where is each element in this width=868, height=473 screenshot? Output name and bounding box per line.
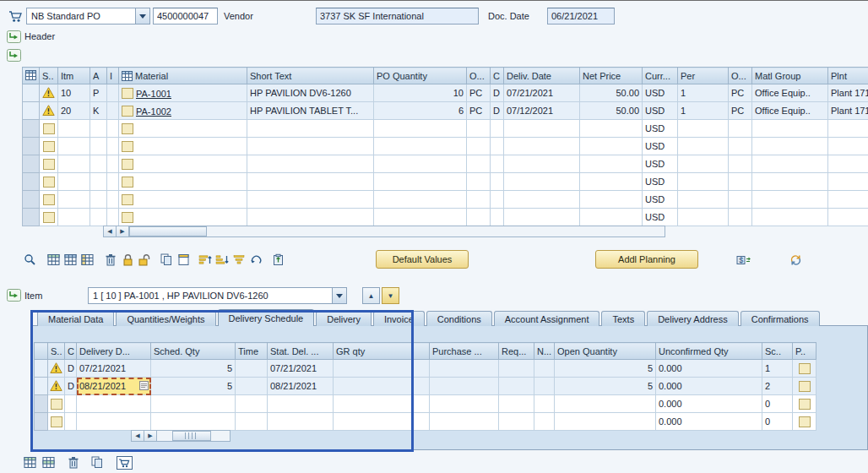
date-cat-cell[interactable]: [491, 173, 504, 191]
col-itm[interactable]: Itm: [58, 68, 90, 84]
po-quantity-cell[interactable]: 6: [374, 102, 467, 120]
plant-cell[interactable]: [828, 209, 868, 226]
req-cell[interactable]: [499, 360, 534, 378]
acct-cat-cell[interactable]: K: [90, 102, 107, 120]
plant-cell[interactable]: [828, 173, 868, 191]
net-price-cell[interactable]: 50.00: [580, 84, 643, 102]
drag-copy-icon[interactable]: [139, 381, 149, 390]
row-select-cell[interactable]: [23, 102, 40, 120]
expand-overview-button[interactable]: [4, 46, 23, 64]
row-select-cell[interactable]: [23, 209, 40, 226]
short-text-cell[interactable]: HP PAVILION DV6-1260: [247, 84, 374, 102]
info-cell[interactable]: [107, 155, 119, 173]
copy-schedule-line-button[interactable]: [39, 454, 57, 471]
net-price-cell[interactable]: [580, 209, 643, 226]
net-price-cell[interactable]: [580, 155, 643, 173]
deliv-date-cell[interactable]: [504, 155, 580, 173]
material-cell[interactable]: PA-1001: [119, 84, 247, 102]
time-cell[interactable]: [236, 395, 268, 413]
import-button[interactable]: [269, 251, 287, 269]
open-quantity-cell[interactable]: [555, 395, 656, 413]
per-cell[interactable]: 1: [678, 84, 729, 102]
status-cell[interactable]: [48, 413, 65, 431]
delivery-date-cell[interactable]: 07/21/2021: [77, 360, 151, 378]
po-quantity-cell[interactable]: 10: [374, 84, 467, 102]
col-n[interactable]: N...: [534, 343, 555, 360]
gr-qty-cell[interactable]: [334, 413, 430, 431]
acct-cat-cell[interactable]: [90, 155, 107, 173]
scroll-right-button[interactable]: ▶: [117, 226, 129, 236]
status-cell[interactable]: [40, 102, 58, 120]
col-plnt[interactable]: Plnt: [828, 68, 868, 84]
tab-material-data[interactable]: Material Data: [37, 311, 114, 326]
tab-delivery-schedule[interactable]: Delivery Schedule: [218, 309, 315, 326]
order-unit-cell[interactable]: [467, 173, 491, 191]
material-cell[interactable]: [119, 155, 247, 173]
next-item-button[interactable]: ▼: [382, 287, 399, 304]
deliv-date-cell[interactable]: [504, 173, 580, 191]
col-curr[interactable]: Curr...: [643, 68, 678, 84]
order-unit-cell[interactable]: PC: [467, 102, 491, 120]
copy-item-button[interactable]: [157, 251, 176, 269]
material-cell[interactable]: [119, 191, 247, 209]
schedule-select-all-header[interactable]: [35, 343, 48, 360]
status-cell[interactable]: [40, 173, 58, 191]
req-cell[interactable]: [499, 395, 534, 413]
col-deliv-date[interactable]: Deliv. Date: [504, 68, 580, 84]
deliv-date-cell[interactable]: 07/12/2021: [504, 102, 580, 120]
unlock-button[interactable]: [135, 251, 154, 269]
short-text-cell[interactable]: [247, 191, 374, 209]
col-sc[interactable]: Sc..: [762, 343, 793, 360]
p-cell[interactable]: [793, 378, 816, 395]
currency-button[interactable]: $: [734, 251, 752, 269]
col-req[interactable]: Req...: [499, 343, 534, 360]
stat-del-date-cell[interactable]: [268, 395, 334, 413]
document-overview-button[interactable]: [6, 8, 24, 25]
col-c[interactable]: C: [65, 343, 77, 360]
net-price-cell[interactable]: 50.00: [580, 102, 643, 120]
order-unit-cell[interactable]: [467, 209, 491, 226]
tab-quantities-weights[interactable]: Quantities/Weights: [116, 311, 215, 326]
po-quantity-cell[interactable]: [374, 138, 467, 155]
date-cat-cell[interactable]: [491, 155, 504, 173]
sort-ascending-button[interactable]: [196, 251, 214, 269]
n-cell[interactable]: [534, 378, 555, 395]
plant-cell[interactable]: [828, 120, 868, 138]
p-cell[interactable]: [793, 413, 816, 431]
short-text-cell[interactable]: [247, 173, 374, 191]
duplicate-schedule-line-button[interactable]: [88, 454, 106, 471]
status-cell[interactable]: [48, 378, 65, 395]
scroll-left-button[interactable]: ◀: [132, 431, 144, 441]
date-cat-cell[interactable]: [491, 120, 504, 138]
row-select-cell[interactable]: [35, 378, 48, 395]
expand-item-button[interactable]: [4, 286, 23, 304]
col-matl-group[interactable]: Matl Group: [752, 68, 828, 84]
tab-account-assignment[interactable]: Account Assignment: [494, 311, 600, 326]
time-cell[interactable]: [236, 378, 268, 395]
itm-cell[interactable]: [58, 191, 90, 209]
n-cell[interactable]: [534, 413, 555, 431]
curr-cell[interactable]: USD: [643, 120, 678, 138]
price-unit-cell[interactable]: [729, 191, 752, 209]
matl-group-cell[interactable]: [752, 138, 828, 155]
po-quantity-cell[interactable]: [374, 173, 467, 191]
col-material[interactable]: Material: [119, 68, 247, 84]
gr-qty-cell[interactable]: [334, 395, 430, 413]
row-select-cell[interactable]: [35, 360, 48, 378]
open-quantity-cell[interactable]: [555, 413, 656, 431]
price-unit-cell[interactable]: [729, 138, 752, 155]
net-price-cell[interactable]: [580, 173, 643, 191]
delete-row-button[interactable]: [101, 251, 120, 269]
order-unit-cell[interactable]: [467, 138, 491, 155]
col-stat-del-date[interactable]: Stat. Del. ...: [268, 343, 334, 360]
previous-item-button[interactable]: ▲: [362, 287, 380, 304]
acct-cat-cell[interactable]: [90, 173, 107, 191]
sc-cell[interactable]: 0: [762, 413, 793, 431]
plant-cell[interactable]: Plant 171: [828, 102, 868, 120]
row-select-cell[interactable]: [23, 84, 40, 102]
scrollbar-track[interactable]: [157, 431, 230, 441]
open-quantity-cell[interactable]: 5: [555, 378, 656, 395]
schedule-cart-button[interactable]: [115, 454, 133, 471]
sc-cell[interactable]: 1: [762, 360, 793, 378]
default-values-button[interactable]: Default Values: [376, 250, 469, 269]
